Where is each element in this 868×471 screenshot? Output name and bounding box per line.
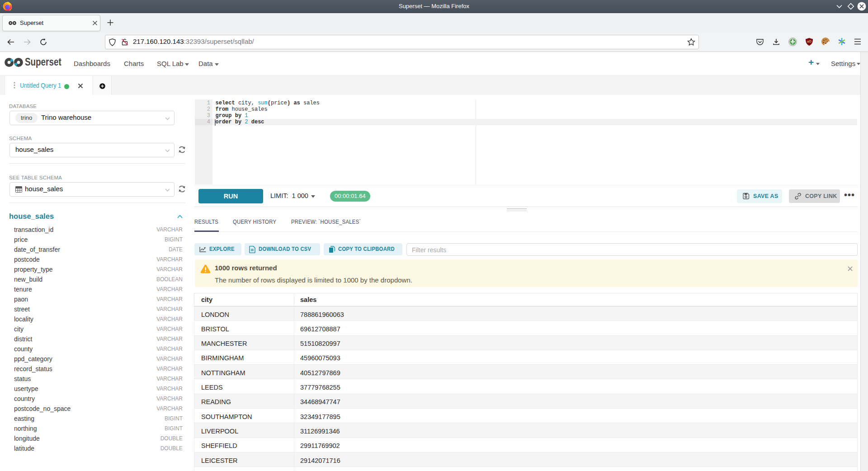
svg-text:uO: uO: [807, 40, 811, 43]
